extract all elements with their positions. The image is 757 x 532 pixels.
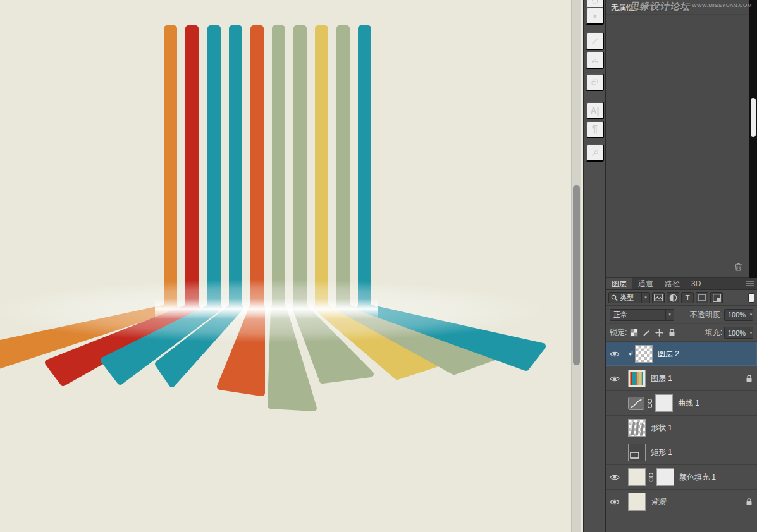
- paragraph-panel-button[interactable]: ¶: [586, 121, 604, 138]
- paragraph-panel-icon: ¶: [592, 124, 598, 135]
- paintbrush-icon: [643, 329, 651, 337]
- layer-thumbnail[interactable]: [628, 444, 646, 461]
- lock-icon: [746, 375, 753, 383]
- tab-layers[interactable]: 图层: [606, 278, 632, 289]
- layer-filtering-toggle[interactable]: [748, 293, 754, 303]
- blend-mode-dropdown[interactable]: 正常 ▾: [610, 309, 674, 321]
- document-canvas[interactable]: [0, 0, 583, 532]
- layer-row-4[interactable]: 形状 1: [606, 416, 757, 440]
- tab-3d[interactable]: 3D: [686, 278, 706, 289]
- opacity-dropdown[interactable]: 100% ▾: [724, 309, 753, 321]
- visibility-toggle[interactable]: [606, 391, 624, 415]
- opacity-value: 100%: [725, 311, 749, 318]
- layer-name[interactable]: 颜色填充 1: [679, 472, 716, 483]
- lock-options-row: 锁定: 填充: 100% ▾: [606, 324, 757, 342]
- tool-presets-panel-button[interactable]: [586, 144, 604, 162]
- lock-image-pixels-button[interactable]: [641, 327, 652, 338]
- checkerboard-icon: [630, 329, 638, 337]
- layer-comps-panel-button[interactable]: [586, 73, 604, 91]
- filter-kind-dropdown[interactable]: 类型 ▾: [608, 292, 650, 303]
- trash-icon: [734, 262, 743, 272]
- filter-smart-objects-button[interactable]: [710, 292, 723, 303]
- panel-scrollbar-thumb[interactable]: [751, 98, 756, 137]
- visibility-toggle[interactable]: [606, 465, 624, 489]
- visibility-toggle[interactable]: [606, 366, 624, 390]
- canvas-scrollbar-thumb[interactable]: [573, 185, 580, 365]
- image-icon: [654, 294, 663, 301]
- layer-row-5[interactable]: 矩形 1: [606, 440, 757, 465]
- filter-type-layers-button[interactable]: T: [681, 292, 694, 303]
- lock-all-button[interactable]: [667, 327, 677, 338]
- fill-label: 填充:: [705, 327, 722, 338]
- visibility-toggle[interactable]: [606, 416, 624, 440]
- layer-row-3[interactable]: 曲线 1: [606, 391, 757, 416]
- visibility-toggle[interactable]: [606, 440, 624, 464]
- visibility-toggle[interactable]: [606, 342, 624, 366]
- lock-icon: [668, 329, 675, 337]
- layer-name[interactable]: 背景: [651, 497, 666, 507]
- delete-button[interactable]: [734, 262, 743, 274]
- clone-source-panel-button[interactable]: [586, 51, 604, 69]
- play-icon: [591, 9, 599, 23]
- lock-icon: [746, 498, 753, 506]
- canvas-vertical-scrollbar[interactable]: [571, 0, 581, 532]
- filter-shape-layers-button[interactable]: [696, 292, 708, 303]
- tab-paths[interactable]: 路径: [659, 278, 686, 289]
- move-cross-icon: [655, 329, 663, 337]
- layer-row-6[interactable]: 颜色填充 1: [606, 465, 757, 490]
- layer-thumbnail[interactable]: [628, 419, 646, 437]
- layer-mask-thumbnail[interactable]: [655, 394, 673, 412]
- mask-link-icon[interactable]: [647, 399, 653, 408]
- layer-mask-thumbnail[interactable]: [656, 468, 674, 486]
- layer-row-1[interactable]: 图层 2: [606, 342, 757, 366]
- blend-options-row: 正常 ▾ 不透明度: 100% ▾: [606, 306, 757, 324]
- watermark: 思缘设计论坛WWW.MISSYUAN.COM: [629, 1, 752, 13]
- actions-panel-button[interactable]: [586, 7, 604, 25]
- layer-name[interactable]: 形状 1: [651, 423, 672, 433]
- panel-scrollbar[interactable]: [749, 0, 757, 278]
- layers-list: 图层 2 图层 1 曲线 1: [606, 342, 757, 532]
- layer-name[interactable]: 矩形 1: [651, 447, 672, 458]
- chevron-down-icon: ▾: [665, 310, 674, 320]
- opacity-label: 不透明度:: [690, 310, 722, 320]
- curves-adjustment-icon[interactable]: [628, 397, 644, 410]
- panel-icon-dock: A| ¶: [583, 0, 606, 532]
- smart-object-icon: [713, 294, 721, 302]
- shape-content: [629, 420, 645, 436]
- chevron-down-icon: ▾: [749, 327, 753, 338]
- chevron-down-icon: ▾: [641, 293, 649, 303]
- clipping-mask-arrow-icon: [626, 350, 634, 358]
- layer-row-7[interactable]: 背景: [606, 490, 757, 514]
- eye-icon: [610, 351, 620, 358]
- layer-filter-row: 类型 ▾ T: [606, 290, 757, 306]
- stripes-artwork: [0, 0, 583, 532]
- character-panel-icon: A|: [590, 106, 599, 116]
- character-panel-button[interactable]: A|: [586, 102, 604, 119]
- wrench-icon: [591, 146, 599, 160]
- tab-channels[interactable]: 通道: [632, 278, 659, 289]
- layer-row-2[interactable]: 图层 1: [606, 366, 757, 391]
- layer-comps-icon: [591, 75, 599, 89]
- layer-thumbnail[interactable]: [628, 493, 646, 511]
- lock-transparent-pixels-button[interactable]: [629, 327, 639, 338]
- panel-menu-button[interactable]: [746, 279, 754, 289]
- filter-pixel-layers-button[interactable]: [652, 292, 665, 303]
- brush-panel-button[interactable]: [586, 32, 604, 50]
- layer-name[interactable]: 曲线 1: [678, 398, 699, 409]
- layer-name[interactable]: 图层 1: [651, 373, 672, 384]
- filter-adjustment-layers-button[interactable]: [667, 292, 679, 303]
- layer-name[interactable]: 图层 2: [658, 349, 679, 360]
- properties-panel: 无属性: [606, 0, 749, 278]
- fill-dropdown[interactable]: 100% ▾: [724, 327, 753, 339]
- brush-icon: [591, 34, 599, 48]
- eye-icon: [610, 375, 620, 382]
- mask-link-icon[interactable]: [648, 473, 654, 482]
- layer-thumbnail[interactable]: [628, 370, 646, 387]
- adjustment-circle-icon: [669, 294, 677, 302]
- visibility-toggle[interactable]: [606, 490, 624, 514]
- color-fill-thumbnail[interactable]: [628, 468, 646, 486]
- watermark-site-name: 思缘设计论坛: [629, 1, 690, 11]
- layer-thumbnail[interactable]: [635, 345, 653, 363]
- eye-icon: [610, 499, 620, 505]
- lock-position-button[interactable]: [654, 327, 665, 338]
